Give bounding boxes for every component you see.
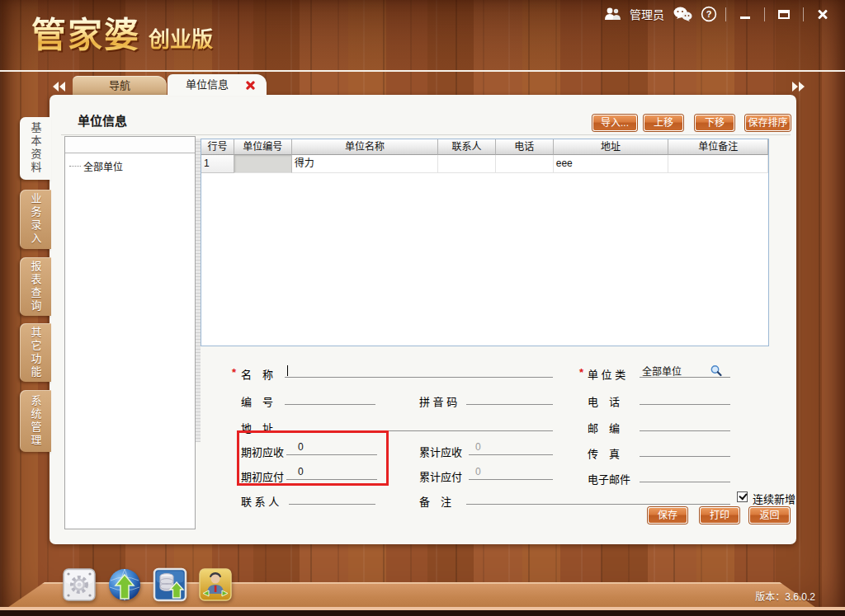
- scroll-left-icon: [53, 82, 59, 92]
- fax-field[interactable]: [640, 443, 730, 457]
- magnifier-icon[interactable]: [710, 364, 723, 378]
- titlebar-separator: [725, 7, 726, 21]
- init-receivable-field[interactable]: 0: [286, 441, 377, 455]
- name-field[interactable]: [285, 364, 553, 378]
- app-logo: 管家婆创业版: [31, 7, 213, 57]
- remark-field[interactable]: [466, 491, 730, 505]
- column-header-unit-remark[interactable]: 单位备注: [668, 139, 768, 155]
- cell-phone[interactable]: [496, 155, 554, 173]
- column-header-address[interactable]: 地址: [554, 139, 669, 155]
- zip-field[interactable]: [640, 417, 730, 431]
- dock-user-switch-icon[interactable]: [198, 567, 233, 602]
- tab-navigation[interactable]: 导航: [73, 76, 167, 96]
- sidebar-item-other-functions[interactable]: 其它功能: [20, 323, 51, 382]
- init-receivable-label: 期初应收: [241, 444, 284, 459]
- cell-contact[interactable]: [438, 155, 496, 173]
- sidebar-item-business-entry[interactable]: 业务录入: [20, 190, 51, 249]
- tree-header: [65, 137, 195, 153]
- init-payable-field[interactable]: 0: [286, 466, 377, 480]
- tab-unit-info[interactable]: 单位信息: [168, 74, 267, 96]
- column-header-unit-name[interactable]: 单位名称: [292, 139, 438, 155]
- cum-payable-field: 0: [469, 466, 553, 480]
- tree-item-all-units[interactable]: 全部单位: [69, 159, 123, 173]
- move-down-button[interactable]: 下移: [695, 115, 734, 131]
- tab-unit-info-label: 单位信息: [186, 78, 229, 91]
- help-icon[interactable]: ?: [701, 6, 717, 22]
- address-label: 地 址: [241, 420, 273, 435]
- titlebar-separator: [764, 7, 765, 21]
- address-field[interactable]: [285, 417, 553, 431]
- titlebar: 管家婆创业版 管理员 ?: [0, 0, 845, 70]
- save-order-button[interactable]: 保存排序: [745, 115, 791, 131]
- code-field[interactable]: [285, 391, 375, 405]
- minimize-icon: [740, 16, 750, 19]
- scroll-left-icon: [59, 82, 65, 92]
- cell-unit-code[interactable]: [234, 155, 292, 173]
- phone-label: 电 话: [588, 393, 620, 409]
- sidebar-item-basic-data[interactable]: 基本资料: [20, 117, 51, 180]
- logo-sub-text: 创业版: [149, 27, 213, 52]
- close-button[interactable]: [812, 6, 833, 22]
- app-window: 管家婆创业版 管理员 ?: [0, 0, 845, 616]
- cum-payable-label: 累计应付: [419, 468, 462, 484]
- cell-unit-remark[interactable]: [668, 155, 768, 173]
- pinyin-field[interactable]: [466, 391, 553, 405]
- svg-text:?: ?: [706, 9, 712, 19]
- cell-row-number[interactable]: 1: [201, 155, 234, 173]
- minimize-button[interactable]: [734, 6, 756, 22]
- return-button[interactable]: 返回: [749, 507, 790, 524]
- table-header-row: 行号 单位编号 单位名称 联系人 电话 地址 单位备注: [201, 139, 768, 155]
- phone-field[interactable]: [640, 391, 730, 405]
- logo-main-text: 管家婆: [31, 16, 140, 54]
- dock-network-icon[interactable]: [107, 567, 142, 602]
- tab-close-icon[interactable]: [246, 81, 255, 90]
- text-caret: [287, 365, 288, 376]
- email-field[interactable]: [640, 468, 730, 482]
- titlebar-separator: [803, 7, 804, 21]
- bottom-strip: [0, 610, 845, 616]
- save-button[interactable]: 保存: [648, 507, 687, 524]
- dock-backup-icon[interactable]: [153, 567, 187, 602]
- dock-settings-icon[interactable]: [62, 567, 97, 602]
- maximize-button[interactable]: [773, 6, 795, 22]
- cell-unit-name[interactable]: 得力: [292, 155, 438, 173]
- users-icon: [603, 7, 621, 21]
- titlebar-controls: 管理员 ?: [603, 3, 833, 25]
- continuous-add-label: 连续新增: [753, 491, 795, 506]
- category-label: 单 位 类: [588, 366, 625, 382]
- page-title: 单位信息: [78, 111, 127, 129]
- fax-label: 传 真: [588, 445, 620, 461]
- cell-address[interactable]: eee: [554, 155, 669, 173]
- column-header-contact[interactable]: 联系人: [438, 139, 496, 155]
- move-up-button[interactable]: 上移: [644, 115, 683, 131]
- tab-scroll-left-button[interactable]: [53, 82, 65, 92]
- unit-info-panel: 单位信息 导入... 上移 下移 保存排序 全部单位 行号 单位编号 单位名称 …: [50, 95, 796, 544]
- tree-item-label: 全部单位: [83, 159, 123, 173]
- print-button[interactable]: 打印: [700, 507, 739, 524]
- zip-label: 邮 编: [588, 420, 620, 435]
- unit-table: 行号 单位编号 单位名称 联系人 电话 地址 单位备注 1 得力 eee: [201, 139, 769, 346]
- wechat-icon[interactable]: [673, 6, 692, 22]
- import-button[interactable]: 导入...: [592, 115, 637, 131]
- column-header-phone[interactable]: 电话: [496, 139, 554, 155]
- maximize-icon: [778, 10, 790, 19]
- cum-receivable-label: 累计应收: [419, 444, 462, 459]
- column-header-unit-code[interactable]: 单位编号: [234, 139, 292, 155]
- email-label: 电子邮件: [588, 471, 630, 487]
- init-payable-label: 期初应付: [241, 468, 284, 484]
- pinyin-label: 拼 音 码: [419, 393, 457, 409]
- header-divider: [0, 70, 845, 72]
- contact-field[interactable]: [289, 491, 375, 505]
- code-label: 编 号: [241, 393, 273, 409]
- table-row[interactable]: 1 得力 eee: [201, 155, 768, 173]
- tree-branch-line: [69, 166, 81, 167]
- continuous-add-checkbox[interactable]: [737, 491, 748, 502]
- tab-scroll-right-button[interactable]: [792, 82, 805, 92]
- sidebar-item-report-query[interactable]: 报表查询: [20, 257, 51, 316]
- close-icon: [817, 8, 828, 20]
- contact-label: 联 系 人: [241, 493, 279, 509]
- column-header-row-number[interactable]: 行号: [201, 139, 234, 155]
- required-marker: *: [579, 366, 583, 379]
- cum-receivable-field: 0: [469, 441, 553, 455]
- sidebar-item-system-management[interactable]: 系统管理: [20, 390, 51, 452]
